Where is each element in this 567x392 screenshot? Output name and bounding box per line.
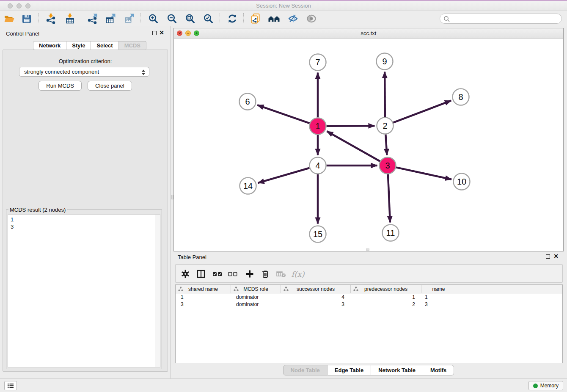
refresh-layout-icon[interactable] <box>226 12 239 25</box>
frame-maximize-button[interactable]: + <box>194 30 199 36</box>
frame-close-button[interactable]: ✕ <box>177 30 182 36</box>
close-table-panel-icon[interactable]: ✕ <box>553 253 559 259</box>
graph-edge-1-6[interactable] <box>257 105 310 123</box>
table-body: 1dominator4113dominator323 <box>176 293 562 308</box>
export-network-icon[interactable] <box>86 12 99 25</box>
tab-network[interactable]: Network <box>33 41 66 50</box>
mcds-result-line: 3 <box>11 223 14 230</box>
graph-node-label-1: 1 <box>315 121 320 131</box>
cell-successor-nodes[interactable]: 3 <box>281 301 351 307</box>
toolbar-separator <box>243 13 244 24</box>
select-all-columns-icon[interactable] <box>212 269 223 279</box>
table-row[interactable]: 3dominator323 <box>176 301 562 308</box>
mcds-result-scrollbar[interactable] <box>155 215 160 367</box>
toolbar-separator <box>81 13 81 24</box>
zoom-fit-icon[interactable] <box>184 12 196 25</box>
close-panel-button[interactable]: Close panel <box>88 81 132 91</box>
memory-button[interactable]: Memory <box>528 381 563 390</box>
float-panel-icon[interactable] <box>152 31 157 35</box>
cell-shared-name[interactable]: 3 <box>176 301 231 307</box>
graph-node-label-2: 2 <box>383 121 387 130</box>
column-header-label: name <box>432 286 445 292</box>
function-builder-icon: f(x) <box>291 269 305 279</box>
tab-style[interactable]: Style <box>66 41 91 50</box>
cell-predecessor-nodes[interactable]: 1 <box>351 294 421 300</box>
delete-columns-icon[interactable] <box>260 269 270 279</box>
add-column-icon[interactable] <box>245 269 255 279</box>
close-panel-icon[interactable]: ✕ <box>159 29 164 36</box>
network-overview-icon[interactable] <box>268 12 281 25</box>
mcds-result-line: 1 <box>11 216 14 223</box>
graph-edge-2-9[interactable] <box>385 72 385 117</box>
show-columns-icon[interactable] <box>196 269 206 279</box>
panel-split-divider[interactable] <box>171 26 173 378</box>
toolbar-separator <box>38 13 39 24</box>
graph-node-label-4: 4 <box>315 161 320 170</box>
graph-node-label-8: 8 <box>458 92 463 102</box>
save-session-icon[interactable] <box>20 12 33 25</box>
cell-predecessor-nodes[interactable]: 2 <box>351 301 421 307</box>
search-input[interactable] <box>452 14 558 23</box>
main-toolbar <box>0 11 567 26</box>
mcds-result-box[interactable]: 13 <box>8 214 160 367</box>
zoom-out-icon[interactable] <box>165 12 178 25</box>
optimization-criterion-label: Optimization criterion: <box>3 58 168 64</box>
tab-mcds[interactable]: MCDS <box>119 41 146 50</box>
tab-network-table[interactable]: Network Table <box>371 365 423 375</box>
graph-node-label-6: 6 <box>245 97 250 106</box>
optimization-criterion-dropdown[interactable]: strongly connected component <box>19 67 149 77</box>
graph-edge-2-8[interactable] <box>393 101 451 123</box>
graph-edge-3-11[interactable] <box>388 174 390 222</box>
float-table-panel-icon[interactable] <box>546 254 550 259</box>
export-table-icon[interactable] <box>104 12 117 25</box>
zoom-selected-icon[interactable] <box>202 12 215 25</box>
column-header-shared-name[interactable]: shared name <box>176 285 231 293</box>
cell-successor-nodes[interactable]: 4 <box>281 294 351 300</box>
hierarchy-icon <box>178 287 183 291</box>
unselect-all-columns-icon[interactable] <box>228 269 238 279</box>
column-header-predecessor-nodes[interactable]: predecessor nodes <box>351 285 421 293</box>
network-frame-titlebar[interactable]: ✕ – + scc.txt <box>174 28 563 39</box>
graph-node-label-3: 3 <box>385 161 390 170</box>
graph-edge-3-1[interactable] <box>327 131 380 161</box>
table-panel-title: Table Panel <box>178 254 206 260</box>
titlebar-accent <box>0 0 567 1</box>
network-canvas[interactable]: 7968124314101511 <box>174 39 563 251</box>
column-header-MCDS-role[interactable]: MCDS role <box>231 285 281 293</box>
cell-name[interactable]: 3 <box>421 301 456 307</box>
column-header-name[interactable]: name <box>421 285 456 293</box>
graph-edge-2-3[interactable] <box>385 134 387 155</box>
duplicate-network-icon[interactable] <box>249 12 262 25</box>
tab-edge-table[interactable]: Edge Table <box>328 365 371 375</box>
tab-select[interactable]: Select <box>91 41 118 50</box>
visual-style-icon[interactable] <box>286 12 299 25</box>
graph-node-label-10: 10 <box>457 177 466 186</box>
column-header-label: MCDS role <box>243 286 268 292</box>
show-hide-graphics-icon[interactable] <box>305 12 318 25</box>
zoom-in-icon[interactable] <box>147 12 160 25</box>
tab-node-table[interactable]: Node Table <box>283 365 328 375</box>
run-mcds-button[interactable]: Run MCDS <box>39 81 82 91</box>
graph-edge-4-14[interactable] <box>258 168 310 183</box>
search-field[interactable] <box>440 14 562 24</box>
settings-icon[interactable] <box>180 269 190 279</box>
export-image-icon[interactable] <box>123 12 135 25</box>
import-network-icon[interactable] <box>44 12 57 25</box>
cell-shared-name[interactable]: 1 <box>176 294 231 300</box>
frame-minimize-button[interactable]: – <box>185 30 191 36</box>
control-panel-tabs: NetworkStyleSelectMCDS <box>33 41 146 50</box>
open-session-icon[interactable] <box>3 12 16 25</box>
task-history-button[interactable] <box>4 381 17 390</box>
cell-name[interactable]: 1 <box>421 294 456 300</box>
graph-node-label-9: 9 <box>382 57 387 66</box>
column-header-successor-nodes[interactable]: successor nodes <box>281 285 351 293</box>
tab-motifs[interactable]: Motifs <box>423 365 454 375</box>
cell-MCDS-role[interactable]: dominator <box>231 294 281 300</box>
frame-resize-grip[interactable] <box>366 248 369 251</box>
import-table-icon[interactable] <box>63 12 76 25</box>
graph-edge-1-2[interactable] <box>326 126 374 126</box>
table-row[interactable]: 1dominator411 <box>176 293 562 301</box>
cell-MCDS-role[interactable]: dominator <box>231 301 281 307</box>
search-icon <box>443 16 450 22</box>
graph-edge-3-10[interactable] <box>396 167 451 179</box>
